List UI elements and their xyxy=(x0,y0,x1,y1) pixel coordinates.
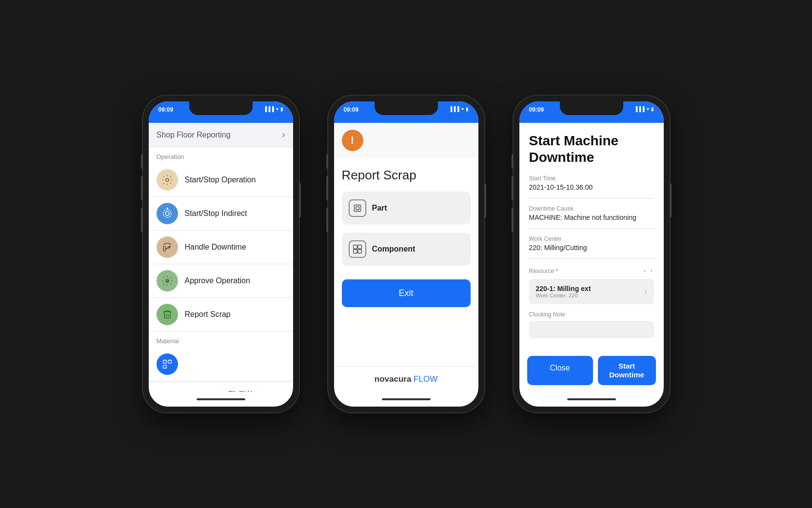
resource-card[interactable]: 220-1: Milling ext Work Center: 220 › xyxy=(529,279,654,304)
p1-header-chevron-icon: › xyxy=(282,130,285,140)
svg-point-1 xyxy=(165,212,169,215)
status-bar-3: 09:09 ▐▐▐ ▾ ▮ xyxy=(519,101,664,123)
screen-content-1: Shop Floor Reporting › Operation Start/S… xyxy=(149,123,293,392)
p1-item-label-4: Approve Operation xyxy=(185,276,250,285)
resource-info: 220-1: Milling ext Work Center: 220 xyxy=(536,285,591,298)
status-icons-2: ▐▐▐ ▾ ▮ xyxy=(449,106,468,112)
alert-icon: ! xyxy=(342,130,363,151)
phone-3: 09:09 ▐▐▐ ▾ ▮ Start Machine Downtime Sta… xyxy=(514,96,670,412)
resource-label-text: Resource * xyxy=(529,268,558,274)
clocking-note-input[interactable] xyxy=(529,321,654,338)
svg-rect-10 xyxy=(168,360,171,363)
p1-item-label-3: Handle Downtime xyxy=(185,243,246,252)
status-icons-1: ▐▐▐ ▾ ▮ xyxy=(263,106,283,112)
wifi-icon-2: ▾ xyxy=(461,106,464,112)
start-time-label: Start Time xyxy=(529,175,654,182)
status-time-1: 09:09 xyxy=(158,106,174,113)
phone-1: 09:09 ▐▐▐ ▾ ▮ Shop Floor Reporting › Ope… xyxy=(143,96,299,412)
clocking-note-label: Clocking Note xyxy=(529,311,654,318)
component-label: Component xyxy=(372,245,416,254)
menu-item-approve-operation[interactable]: Approve Operation xyxy=(149,264,293,298)
signal-icon-3: ▐▐▐ xyxy=(634,106,644,112)
work-center-label: Work Center xyxy=(529,235,654,242)
part-option[interactable]: Part xyxy=(342,192,471,225)
phone-2: 09:09 ▐▐▐ ▾ ▮ ! Report Scrap xyxy=(328,96,484,412)
menu-item-start-stop-indirect[interactable]: Start/Stop Indirect xyxy=(149,197,293,231)
p1-item-label-5: Report Scrap xyxy=(185,310,231,319)
work-center-value: 220: Milling/Cutting xyxy=(529,244,654,252)
component-option[interactable]: Component xyxy=(342,233,471,266)
resource-sub: Work Center: 220 xyxy=(536,293,591,298)
resource-dots-icon: · · xyxy=(643,266,654,276)
home-bar-1 xyxy=(197,398,245,400)
downtime-cause-label: Downtime Cause xyxy=(529,205,654,212)
p1-footer: novacura FLOW xyxy=(149,381,293,392)
wifi-icon-3: ▾ xyxy=(647,106,649,112)
resource-name: 220-1: Milling ext xyxy=(536,285,591,293)
battery-icon-3: ▮ xyxy=(651,106,654,112)
signal-icon: ▐▐▐ xyxy=(263,106,274,112)
svg-point-2 xyxy=(163,210,171,217)
brand-name-2: novacura xyxy=(375,374,412,384)
report-scrap-icon xyxy=(157,304,178,325)
downtime-cause-value: MACHINE: Machine not functioning xyxy=(529,214,654,221)
status-time-2: 09:09 xyxy=(344,106,359,113)
svg-rect-14 xyxy=(353,245,357,249)
menu-item-start-stop-operation[interactable]: Start/Stop Operation xyxy=(149,163,293,197)
svg-rect-16 xyxy=(353,250,357,253)
p1-item-label-2: Start/Stop Indirect xyxy=(185,209,247,218)
menu-item-report-scrap[interactable]: Report Scrap xyxy=(149,298,293,332)
battery-icon: ▮ xyxy=(280,106,283,112)
p2-footer: novacura FLOW xyxy=(334,366,478,392)
p3-main-content: Start Machine Downtime Start Time 2021-1… xyxy=(519,123,664,349)
component-icon xyxy=(349,240,366,258)
start-machine-downtime-title: Start Machine Downtime xyxy=(529,133,654,165)
p1-header[interactable]: Shop Floor Reporting › xyxy=(149,123,293,147)
svg-rect-12 xyxy=(354,205,360,211)
p2-top-area: ! xyxy=(334,123,478,158)
menu-item-handle-downtime[interactable]: Handle Downtime xyxy=(149,231,293,264)
start-time-value: 2021-10-15-10.36.00 xyxy=(529,183,654,191)
report-scrap-title: Report Scrap xyxy=(334,158,478,188)
phones-container: 09:09 ▐▐▐ ▾ ▮ Shop Floor Reporting › Ope… xyxy=(143,96,670,412)
home-bar-3 xyxy=(567,398,616,400)
svg-rect-13 xyxy=(356,207,359,210)
material-icon xyxy=(157,353,178,375)
novacura-logo-2: novacura FLOW xyxy=(342,374,471,384)
home-indicator-2 xyxy=(334,392,478,407)
battery-icon-2: ▮ xyxy=(466,106,469,112)
screen-content-3: Start Machine Downtime Start Time 2021-1… xyxy=(519,123,664,392)
part-label: Part xyxy=(372,204,387,213)
menu-item-material-stub[interactable] xyxy=(149,348,293,381)
start-stop-operation-icon xyxy=(157,169,178,191)
svg-rect-9 xyxy=(163,360,166,363)
start-downtime-label: StartDowntime xyxy=(602,362,652,379)
home-bar-2 xyxy=(382,398,431,400)
status-bar-2: 09:09 ▐▐▐ ▾ ▮ xyxy=(334,101,478,123)
status-icons-3: ▐▐▐ ▾ ▮ xyxy=(634,106,654,112)
screen-content-2: ! Report Scrap Part xyxy=(334,123,478,392)
start-stop-indirect-icon xyxy=(157,203,178,224)
status-time-3: 09:09 xyxy=(529,106,544,113)
p1-header-title: Shop Floor Reporting xyxy=(157,131,231,139)
p1-operation-label: Operation xyxy=(149,147,293,163)
wifi-icon: ▾ xyxy=(276,106,278,112)
svg-point-4 xyxy=(166,208,168,209)
p1-item-label-1: Start/Stop Operation xyxy=(185,176,256,184)
home-indicator-1 xyxy=(149,392,293,407)
svg-rect-11 xyxy=(163,365,166,368)
svg-rect-17 xyxy=(357,250,361,253)
resource-chevron-icon: › xyxy=(644,287,647,296)
p1-material-label: Material xyxy=(149,332,293,348)
exit-button[interactable]: Exit xyxy=(342,279,471,307)
handle-downtime-icon xyxy=(157,236,178,258)
approve-operation-icon xyxy=(157,270,178,292)
signal-icon-2: ▐▐▐ xyxy=(449,106,459,112)
close-button[interactable]: Close xyxy=(527,356,593,385)
start-downtime-button[interactable]: StartDowntime xyxy=(598,356,656,385)
svg-rect-5 xyxy=(163,246,165,251)
resource-label-row: Resource * · · xyxy=(529,266,654,276)
status-bar-1: 09:09 ▐▐▐ ▾ ▮ xyxy=(149,101,293,123)
svg-rect-15 xyxy=(357,245,361,249)
svg-point-0 xyxy=(166,178,169,181)
